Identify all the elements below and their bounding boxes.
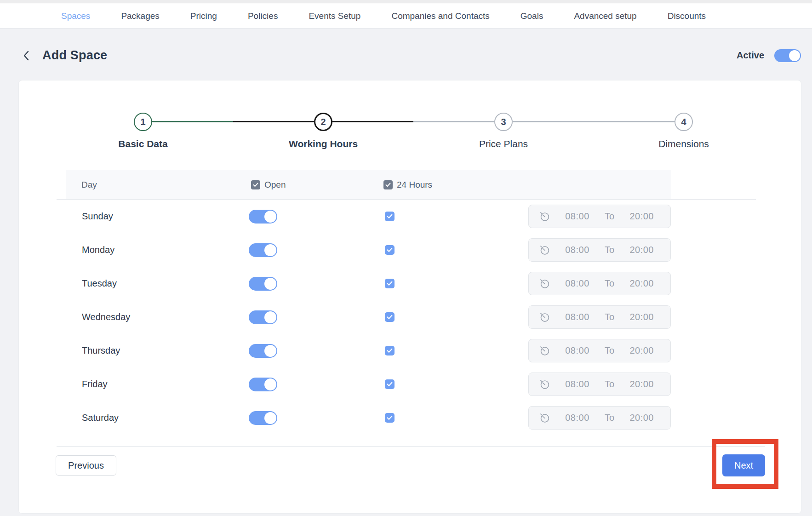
time-to-label: To <box>605 245 614 255</box>
step-label-price-plans: Price Plans <box>413 138 594 149</box>
active-toggle[interactable] <box>774 49 801 62</box>
clock-icon <box>539 211 550 222</box>
step-circle-2[interactable]: 2 <box>314 113 332 131</box>
time-from[interactable]: 08:00 <box>565 278 589 289</box>
add-space-card: 1 2 3 4 Basic Data Working Hours Price P… <box>18 80 801 514</box>
open-toggle[interactable] <box>249 277 277 291</box>
time-from[interactable]: 08:00 <box>565 312 589 322</box>
time-to-label: To <box>605 413 614 423</box>
stepper-labels: Basic Data Working Hours Price Plans Dim… <box>53 138 774 149</box>
chevron-left-icon <box>23 50 29 61</box>
checkmark-icon <box>387 415 393 420</box>
time-to-label: To <box>605 211 614 222</box>
nav-item-policies[interactable]: Policies <box>248 11 278 21</box>
day-label: Friday <box>82 379 249 390</box>
step-circle-3[interactable]: 3 <box>494 113 513 131</box>
time-from[interactable]: 08:00 <box>565 413 589 423</box>
checkmark-icon <box>385 183 391 187</box>
clock-icon <box>539 245 550 255</box>
clock-icon <box>539 413 550 423</box>
all-day-all-checkbox[interactable] <box>383 180 393 189</box>
open-toggle[interactable] <box>249 411 277 425</box>
active-label: Active <box>737 50 764 61</box>
checkmark-icon <box>387 214 393 219</box>
back-button[interactable] <box>22 50 30 62</box>
open-toggle[interactable] <box>249 243 277 257</box>
day-label: Thursday <box>82 345 249 356</box>
time-range-input[interactable]: 08:00 To 20:00 <box>528 238 671 262</box>
step-label-dimensions: Dimensions <box>594 138 774 149</box>
time-to[interactable]: 20:00 <box>629 211 654 222</box>
24-hours-checkbox[interactable] <box>385 346 395 355</box>
open-all-checkbox[interactable] <box>251 180 260 189</box>
time-range-input[interactable]: 08:00 To 20:00 <box>528 272 671 295</box>
time-to[interactable]: 20:00 <box>629 379 654 390</box>
time-to[interactable]: 20:00 <box>629 345 654 356</box>
time-from[interactable]: 08:00 <box>565 345 589 356</box>
time-range-input[interactable]: 08:00 To 20:00 <box>528 205 671 228</box>
time-to[interactable]: 20:00 <box>629 312 654 322</box>
step-circle-4[interactable]: 4 <box>675 113 693 131</box>
nav-item-pricing[interactable]: Pricing <box>190 11 217 21</box>
clock-icon <box>539 312 550 322</box>
open-toggle[interactable] <box>249 344 277 358</box>
checkmark-icon <box>387 382 393 387</box>
time-to-label: To <box>605 345 614 356</box>
time-from[interactable]: 08:00 <box>565 211 589 222</box>
table-row-sunday: Sunday 08:00 To 20:00 <box>56 200 765 233</box>
checkmark-icon <box>253 183 258 187</box>
stepper-segment-upcoming-1 <box>413 121 494 122</box>
table-header-row: Day Open 24 Hours <box>66 170 671 199</box>
time-from[interactable]: 08:00 <box>565 245 589 255</box>
open-toggle[interactable] <box>249 310 277 324</box>
column-header-open: Open <box>264 180 286 190</box>
day-label: Monday <box>82 245 249 255</box>
open-toggle[interactable] <box>249 378 277 391</box>
wizard-stepper: 1 2 3 4 <box>53 113 774 131</box>
nav-item-advanced-setup[interactable]: Advanced setup <box>574 11 636 21</box>
nav-item-companies-and-contacts[interactable]: Companies and Contacts <box>391 11 489 21</box>
next-button[interactable]: Next <box>722 454 765 476</box>
toggle-knob <box>264 378 276 390</box>
open-toggle[interactable] <box>249 210 277 224</box>
stepper-segment-active-right <box>332 121 413 122</box>
24-hours-checkbox[interactable] <box>385 212 395 221</box>
24-hours-checkbox[interactable] <box>385 279 395 288</box>
time-to[interactable]: 20:00 <box>629 413 654 423</box>
column-header-day: Day <box>81 180 251 190</box>
time-range-input[interactable]: 08:00 To 20:00 <box>528 305 671 329</box>
table-row-wednesday: Wednesday 08:00 To 20:00 <box>56 300 765 334</box>
toggle-knob <box>264 244 276 256</box>
checkmark-icon <box>387 315 393 320</box>
window-top-strip <box>0 0 812 4</box>
toggle-knob <box>264 345 276 357</box>
time-range-input[interactable]: 08:00 To 20:00 <box>528 373 671 396</box>
nav-item-discounts[interactable]: Discounts <box>668 11 706 21</box>
24-hours-checkbox[interactable] <box>385 413 395 423</box>
page-title: Add Space <box>42 48 107 63</box>
table-row-monday: Monday 08:00 To 20:00 <box>56 233 765 267</box>
day-label: Wednesday <box>82 312 249 322</box>
time-range-input[interactable]: 08:00 To 20:00 <box>528 339 671 362</box>
clock-icon <box>539 379 550 390</box>
clock-icon <box>539 278 550 289</box>
time-to[interactable]: 20:00 <box>629 278 654 289</box>
step-circle-1[interactable]: 1 <box>134 113 152 131</box>
checkmark-icon <box>387 281 393 286</box>
toggle-knob <box>789 50 800 61</box>
24-hours-checkbox[interactable] <box>385 245 395 255</box>
toggle-knob <box>264 278 276 290</box>
time-range-input[interactable]: 08:00 To 20:00 <box>528 406 671 430</box>
footer-divider <box>57 446 765 447</box>
time-from[interactable]: 08:00 <box>565 379 589 390</box>
time-to[interactable]: 20:00 <box>629 245 654 255</box>
table-row-tuesday: Tuesday 08:00 To 20:00 <box>56 267 765 300</box>
nav-item-packages[interactable]: Packages <box>121 11 159 21</box>
24-hours-checkbox[interactable] <box>385 379 395 389</box>
time-to-label: To <box>605 312 614 322</box>
previous-button[interactable]: Previous <box>56 455 116 476</box>
nav-item-events-setup[interactable]: Events Setup <box>309 11 360 21</box>
nav-item-goals[interactable]: Goals <box>520 11 543 21</box>
24-hours-checkbox[interactable] <box>385 312 395 322</box>
nav-item-spaces[interactable]: Spaces <box>61 11 90 21</box>
